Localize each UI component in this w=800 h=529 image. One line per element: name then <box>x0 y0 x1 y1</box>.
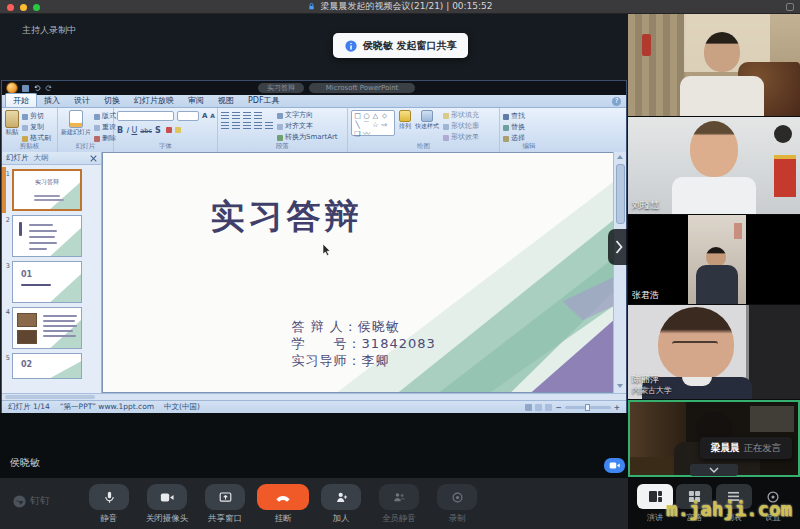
find-button[interactable]: 查找 <box>503 112 556 121</box>
video-tile-3[interactable]: 张君浩 <box>628 215 800 304</box>
slide-title[interactable]: 实习答辩 <box>103 194 471 240</box>
shapes-gallery[interactable]: □○△⬦╲ ⌒☆⇨❏〰 <box>351 110 395 136</box>
reset-button[interactable]: 重设 <box>94 123 116 132</box>
mute-all-button[interactable]: 全员静音 <box>377 484 421 525</box>
scroll-up-icon[interactable] <box>617 155 623 159</box>
camera-off-button[interactable]: 关闭摄像头 <box>145 484 189 525</box>
font-color-icon[interactable] <box>166 127 172 133</box>
fullscreen-window-button[interactable] <box>33 4 40 11</box>
slide-info-block[interactable]: 答 辩 人：侯晓敏 学 号：31842083 实习导师：李卿 <box>292 318 436 369</box>
scrollbar-thumb[interactable] <box>616 164 625 224</box>
zoom-slider[interactable] <box>565 406 611 409</box>
video-tile-1[interactable] <box>628 14 800 116</box>
new-slide-label[interactable]: 新建幻灯片 <box>61 128 91 137</box>
grow-shrink-font[interactable]: AA <box>202 112 215 121</box>
ribbon-tab-insert[interactable]: 插入 <box>37 94 67 107</box>
slide-thumbnail-3[interactable]: 01 <box>12 261 82 303</box>
slide-thumbnail-5[interactable]: 02 <box>12 353 82 379</box>
normal-view-icon[interactable] <box>525 404 532 411</box>
quick-styles-label[interactable]: 快速样式 <box>415 122 439 131</box>
horizontal-scrollbar[interactable] <box>2 393 626 400</box>
slide-thumbnail-2[interactable] <box>12 215 82 257</box>
ribbon-tab-transitions[interactable]: 切换 <box>97 94 127 107</box>
replace-button[interactable]: 替换 <box>503 123 556 132</box>
align-text-button[interactable]: 对齐文本 <box>277 122 338 131</box>
thumbnail-row-2[interactable]: 2 <box>4 215 101 257</box>
outline-panel-tab[interactable]: 大纲 <box>34 153 49 163</box>
thumbnail-row-4[interactable]: 4 <box>4 307 101 349</box>
paste-label[interactable]: 粘贴 <box>6 128 19 137</box>
new-slide-icon[interactable] <box>69 110 83 128</box>
ribbon-tab-slideshow[interactable]: 幻灯片放映 <box>127 94 181 107</box>
next-page-overlay-button[interactable] <box>608 229 629 265</box>
arrange-label[interactable]: 排列 <box>399 122 411 131</box>
minimize-window-button[interactable] <box>20 4 27 11</box>
language-indicator[interactable]: 中文(中国) <box>164 402 200 412</box>
ribbon-tab-pdf-tools[interactable]: PDF工具 <box>241 94 287 107</box>
add-person-button[interactable]: 加人 <box>319 484 363 525</box>
share-window-button[interactable]: 共享窗口 <box>203 484 247 525</box>
slide-thumbnail-1[interactable]: 实习答辩 <box>12 169 82 211</box>
italic-button[interactable]: I <box>126 126 128 135</box>
shape-outline-button[interactable]: 形状轮廓 <box>443 122 479 131</box>
shadow-button[interactable]: S <box>155 126 161 135</box>
video-tile-4[interactable]: 陈丽萍 内蒙古大学 <box>628 305 800 399</box>
arrange-icon[interactable] <box>399 110 411 122</box>
underline-button[interactable]: U <box>131 126 137 135</box>
slides-panel-tab[interactable]: 幻灯片 <box>6 153 29 163</box>
ribbon-tab-design[interactable]: 设计 <box>67 94 97 107</box>
font-size-combobox[interactable] <box>177 111 199 121</box>
hscrollbar-thumb[interactable] <box>5 395 95 399</box>
cut-button[interactable]: 剪切 <box>22 112 51 121</box>
video-tile-2[interactable]: 刘瑾慧 <box>628 117 800 214</box>
ribbon-tab-home[interactable]: 开始 <box>5 93 37 107</box>
slide[interactable]: 实习答辩 答 辩 人：侯晓敏 学 号：31842083 实习导师：李卿 <box>102 152 615 393</box>
expand-icon[interactable] <box>786 3 794 11</box>
justify-icon[interactable] <box>254 122 262 129</box>
vertical-scrollbar[interactable] <box>613 152 626 393</box>
save-icon[interactable] <box>22 85 29 92</box>
record-button[interactable]: 录制 <box>435 484 479 525</box>
hangup-button[interactable]: 挂断 <box>261 484 305 525</box>
align-center-icon[interactable] <box>232 122 240 129</box>
indent-increase-icon[interactable] <box>254 112 262 119</box>
indent-decrease-icon[interactable] <box>243 112 251 119</box>
thumbnail-row-5[interactable]: 5 02 <box>4 353 101 379</box>
shape-effects-button[interactable]: 形状效果 <box>443 133 479 142</box>
zoom-out-icon[interactable]: − <box>555 403 561 412</box>
bullets-icon[interactable] <box>221 112 229 119</box>
shape-fill-button[interactable]: 形状填充 <box>443 111 479 120</box>
text-direction-button[interactable]: 文字方向 <box>277 111 338 120</box>
slideshow-view-icon[interactable] <box>545 404 552 411</box>
ribbon-tab-review[interactable]: 审阅 <box>181 94 211 107</box>
quick-access-toolbar[interactable] <box>22 84 53 92</box>
strikethrough-button[interactable]: abc <box>140 127 152 135</box>
collapse-tiles-button[interactable] <box>690 464 738 476</box>
quick-styles-icon[interactable] <box>421 110 433 122</box>
ribbon-tab-view[interactable]: 视图 <box>211 94 241 107</box>
sorter-view-icon[interactable] <box>535 404 542 411</box>
scroll-down-icon[interactable] <box>617 384 623 388</box>
slide-thumbnail-4[interactable] <box>12 307 82 349</box>
align-left-icon[interactable] <box>221 122 229 129</box>
redo-icon[interactable] <box>45 84 53 92</box>
align-right-icon[interactable] <box>243 122 251 129</box>
columns-icon[interactable] <box>265 122 273 129</box>
bold-button[interactable]: B <box>117 126 123 135</box>
undo-icon[interactable] <box>33 84 41 92</box>
numbering-icon[interactable] <box>232 112 240 119</box>
zoom-slider-knob[interactable] <box>585 404 590 411</box>
sharer-camera-badge[interactable] <box>604 458 625 473</box>
zoom-in-icon[interactable]: + <box>614 403 620 412</box>
close-window-button[interactable] <box>7 4 14 11</box>
close-panel-icon[interactable] <box>90 155 97 162</box>
copy-button[interactable]: 复制 <box>22 123 51 132</box>
help-icon[interactable]: ? <box>612 97 621 106</box>
font-name-combobox[interactable] <box>117 111 174 121</box>
thumbnail-row-1[interactable]: 1 实习答辩 <box>4 169 101 211</box>
paste-icon[interactable] <box>5 110 19 128</box>
thumbnail-row-3[interactable]: 3 01 <box>4 261 101 303</box>
smartart-button[interactable]: 转换为SmartArt <box>277 133 338 142</box>
highlight-color-icon[interactable] <box>175 127 181 133</box>
mute-button[interactable]: 静音 <box>87 484 131 525</box>
